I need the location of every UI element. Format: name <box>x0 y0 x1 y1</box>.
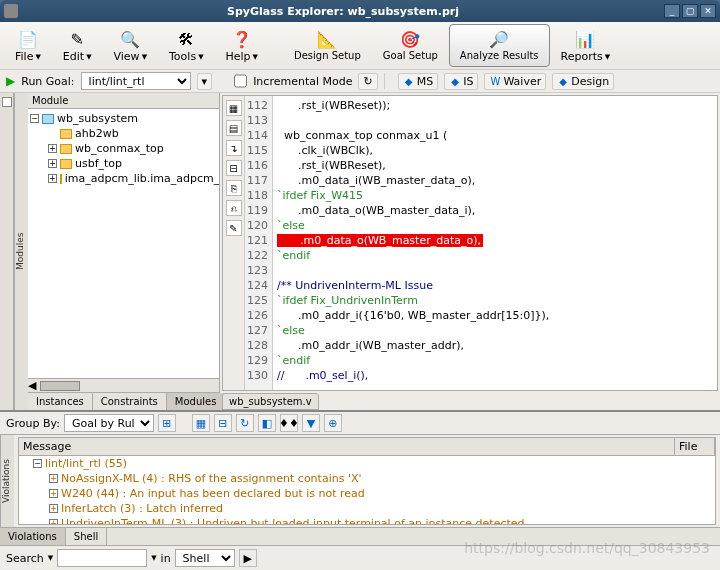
tools-menu[interactable]: 🛠Tools▼ <box>158 24 215 67</box>
tree-node[interactable]: +ima_adpcm_lib.ima_adpcm_top.Be <box>30 171 217 186</box>
help-icon: ❓ <box>231 28 253 50</box>
analyze-icon: 🔎 <box>488 28 510 50</box>
close-button[interactable]: ✕ <box>700 4 716 18</box>
main-toolbar: 📄File▼ ✎Edit▼ 🔍View▼ 🛠Tools▼ ❓Help▼ 📐Des… <box>0 22 720 70</box>
col-file[interactable]: File <box>675 438 715 455</box>
msg-row[interactable]: +NoAssignX-ML (4) : RHS of the assignmen… <box>19 471 715 486</box>
folder-icon <box>60 159 72 169</box>
ed-tool-4[interactable]: ⊟ <box>226 160 242 176</box>
run-icon[interactable]: ▶ <box>6 74 15 88</box>
module-panel-header: Module <box>28 93 219 109</box>
help-menu[interactable]: ❓Help▼ <box>215 24 269 67</box>
expand-icon[interactable]: + <box>48 174 57 183</box>
code-line <box>277 263 713 278</box>
msg-row[interactable]: −lint/lint_rtl (55) <box>19 456 715 471</box>
left-tabstrip: Instances Constraints Modules Files <box>28 392 219 410</box>
search-drop[interactable]: ▼ <box>151 554 156 562</box>
code-line: .rst_i(WBReset)); <box>277 98 713 113</box>
app-icon <box>4 4 18 18</box>
ed-tool-2[interactable]: ▤ <box>226 120 242 136</box>
module-panel: Module −wb_subsystem ahb2wb +wb_conmax_t… <box>28 93 220 410</box>
tab-instances[interactable]: Instances <box>28 393 93 410</box>
code-line-highlighted: .m0_data_o(WB_master_data_o), <box>277 233 713 248</box>
gb-tool-6[interactable]: ♦♦ <box>280 414 298 432</box>
is-icon: ◆ <box>449 75 461 87</box>
expand-icon[interactable]: + <box>48 144 57 153</box>
tree-node[interactable]: +wb_conmax_top <box>30 141 217 156</box>
gb-tool-4[interactable]: ↻ <box>236 414 254 432</box>
messages-table[interactable]: Message File −lint/lint_rtl (55) +NoAssi… <box>18 437 716 525</box>
view-menu[interactable]: 🔍View▼ <box>103 24 159 67</box>
msg-row[interactable]: +InferLatch (3) : Latch inferred <box>19 501 715 516</box>
waiver-pill[interactable]: WWaiver <box>484 73 546 90</box>
tab-modules[interactable]: Modules <box>167 393 226 410</box>
maximize-button[interactable]: ▢ <box>682 4 698 18</box>
minimize-button[interactable]: _ <box>664 4 680 18</box>
chevron-down-icon[interactable]: ▼ <box>48 554 53 562</box>
panel-toggle-button[interactable] <box>2 97 12 107</box>
code-line: // .m0_sel_i(), <box>277 368 713 383</box>
violations-vertical-label[interactable]: Violations <box>0 435 14 527</box>
gb-tool-5[interactable]: ◧ <box>258 414 276 432</box>
tab-constraints[interactable]: Constraints <box>93 393 167 410</box>
code-line: .m0_addr_i({16'b0, WB_master_addr[15:0]}… <box>277 308 713 323</box>
refresh-button[interactable]: ↻ <box>358 73 377 90</box>
tree-node[interactable]: ahb2wb <box>30 126 217 141</box>
run-dropdown-button[interactable]: ▾ <box>197 73 213 90</box>
chevron-down-icon: ▼ <box>35 53 40 61</box>
run-bar: ▶ Run Goal: lint/lint_rtl ▾ Incremental … <box>0 70 720 93</box>
design-pill[interactable]: ◆Design <box>552 73 614 90</box>
line-gutter: 1121131141151161171181191201211221231241… <box>245 96 273 390</box>
search-scope-select[interactable]: Shell <box>175 549 235 567</box>
msg-row[interactable]: +UndrivenInTerm-ML (3) : Undriven but lo… <box>19 516 715 525</box>
msg-row[interactable]: +W240 (44) : An input has been declared … <box>19 486 715 501</box>
search-input[interactable] <box>57 549 147 567</box>
editor-file-tab[interactable]: wb_subsystem.v <box>222 393 319 410</box>
gb-tool-3[interactable]: ⊟ <box>214 414 232 432</box>
col-message[interactable]: Message <box>19 438 675 455</box>
gb-tool-1[interactable]: ⊞ <box>158 414 176 432</box>
code-area[interactable]: .rst_i(WBReset)); wb_conmax_top conmax_u… <box>273 96 717 390</box>
ed-tool-6[interactable]: ⎌ <box>226 200 242 216</box>
code-line: `ifdef Fix_UndrivenInTerm <box>277 293 713 308</box>
code-line: `ifdef Fix_W415 <box>277 188 713 203</box>
goal-select[interactable]: lint/lint_rtl <box>81 72 191 90</box>
is-pill[interactable]: ◆IS <box>444 73 478 90</box>
titlebar: SpyGlass Explorer: wb_subsystem.prj _ ▢ … <box>0 0 720 22</box>
gb-tool-2[interactable]: ▦ <box>192 414 210 432</box>
groupby-select[interactable]: Goal by Rule <box>64 414 154 432</box>
goal-setup-button[interactable]: 🎯Goal Setup <box>372 24 449 67</box>
tree-scrollbar[interactable]: ◀ <box>28 378 219 392</box>
ed-tool-1[interactable]: ▦ <box>226 100 242 116</box>
gb-tool-8[interactable]: ⊕ <box>324 414 342 432</box>
design-setup-icon: 📐 <box>316 28 338 50</box>
tab-violations[interactable]: Violations <box>0 528 66 545</box>
module-tree[interactable]: −wb_subsystem ahb2wb +wb_conmax_top +usb… <box>28 109 219 378</box>
incremental-checkbox[interactable] <box>234 72 247 90</box>
ms-icon: ◆ <box>403 75 415 87</box>
edit-menu[interactable]: ✎Edit▼ <box>52 24 103 67</box>
modules-vertical-label[interactable]: Modules <box>14 93 28 410</box>
design-setup-button[interactable]: 📐Design Setup <box>283 24 372 67</box>
expand-icon[interactable]: + <box>48 159 57 168</box>
reports-icon: 📊 <box>574 28 596 50</box>
tab-shell[interactable]: Shell <box>66 528 107 545</box>
ed-tool-7[interactable]: ✎ <box>226 220 242 236</box>
ms-pill[interactable]: ◆MS <box>398 73 438 90</box>
ed-tool-3[interactable]: ↴ <box>226 140 242 156</box>
gb-tool-7[interactable]: ▼ <box>302 414 320 432</box>
file-menu[interactable]: 📄File▼ <box>4 24 52 67</box>
tree-node[interactable]: +usbf_top <box>30 156 217 171</box>
code-line: .m0_data_o(WB_master_data_i), <box>277 203 713 218</box>
collapse-icon[interactable]: − <box>30 114 39 123</box>
tree-root[interactable]: −wb_subsystem <box>30 111 217 126</box>
code-line: `else <box>277 323 713 338</box>
ed-tool-5[interactable]: ⎘ <box>226 180 242 196</box>
analyze-results-button[interactable]: 🔎Analyze Results <box>449 24 550 67</box>
run-goal-label: Run Goal: <box>21 75 74 88</box>
reports-menu[interactable]: 📊Reports▼ <box>550 24 622 67</box>
goal-setup-icon: 🎯 <box>399 28 421 50</box>
search-go-button[interactable]: ▶ <box>239 549 257 567</box>
folder-icon <box>60 129 72 139</box>
search-label: Search <box>6 552 44 565</box>
